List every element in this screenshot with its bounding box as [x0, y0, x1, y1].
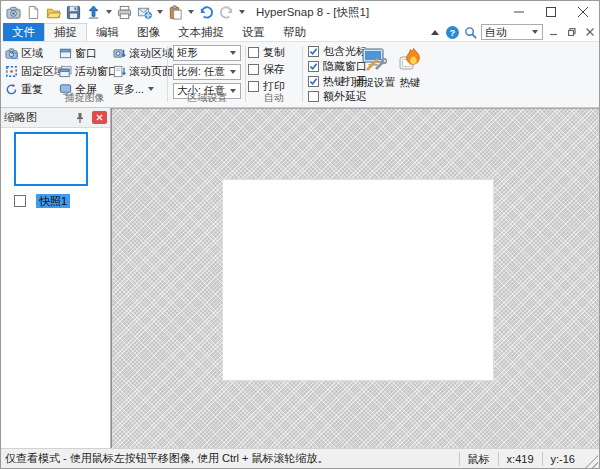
tab-help[interactable]: 帮助 — [274, 23, 315, 41]
mouse-x-coordinate: x:419 — [498, 452, 542, 466]
capture-settings-icon — [361, 46, 387, 72]
send-dropdown-caret[interactable] — [106, 10, 112, 14]
tab-edit[interactable]: 编辑 — [87, 23, 128, 41]
capture-settings-button[interactable]: 捕捉设置 — [353, 43, 395, 101]
fixed-region-icon — [5, 65, 18, 78]
capture-image-group: 区域 固定区域 重复 窗口 活动窗口 — [3, 44, 166, 107]
capture-scroll-region-button[interactable]: 滚动区域 — [111, 44, 175, 62]
auto-copy-checkbox-row[interactable]: 复制 — [248, 44, 300, 61]
help-icon[interactable]: ? — [446, 26, 459, 39]
hotkeys-button[interactable]: 热键 — [397, 43, 423, 101]
title-bar: HyperSnap 8 - [快照1] — [1, 1, 599, 23]
maximize-button[interactable] — [535, 1, 567, 23]
status-hint: 仅查看模式 - 使用鼠标左按钮平移图像, 使用 Ctrl + 鼠标滚轮缩放。 — [1, 451, 459, 466]
paste-dropdown-caret[interactable] — [188, 10, 194, 14]
tab-row-right-tools: ? 自动 — [428, 23, 597, 41]
snapshot-list-item: 快照1 — [14, 194, 70, 208]
app-camera-icon[interactable] — [5, 4, 22, 21]
close-button[interactable] — [567, 1, 599, 23]
capture-group-label: 捕捉图像 — [3, 91, 166, 105]
ribbon-separator — [245, 46, 246, 102]
email-dropdown-caret[interactable] — [157, 10, 163, 14]
scroll-page-icon — [113, 65, 126, 78]
print-icon[interactable] — [116, 4, 133, 21]
auto-save-checkbox-row[interactable]: 保存 — [248, 61, 300, 78]
tab-image[interactable]: 图像 — [128, 23, 169, 41]
customize-qat-caret[interactable] — [239, 10, 245, 14]
hide-window-checkbox — [308, 61, 319, 72]
mouse-y-coordinate: y:-16 — [542, 452, 583, 466]
quick-access-toolbar — [1, 4, 246, 21]
hotkey-flame-icon — [397, 46, 423, 72]
tab-text-capture[interactable]: 文本捕捉 — [169, 23, 233, 41]
mdi-close-icon[interactable] — [583, 25, 597, 39]
redo-icon[interactable] — [218, 4, 235, 21]
extra-delay-checkbox — [308, 91, 319, 102]
hypersnap-window: HyperSnap 8 - [快照1] 文件 捕捉 编辑 图像 文本捕捉 设置 … — [0, 0, 600, 469]
capture-scroll-page-button[interactable]: 滚动页面 — [111, 62, 175, 80]
resize-grip[interactable] — [585, 455, 598, 468]
snapshot-thumbnail[interactable] — [14, 132, 88, 186]
capture-canvas[interactable] — [111, 108, 599, 450]
ribbon-separator — [167, 46, 168, 102]
send-upload-icon[interactable] — [85, 4, 102, 21]
save-checkbox — [248, 64, 259, 75]
thumbnails-panel: 缩略图 快照1 — [1, 108, 111, 450]
minimize-button[interactable] — [503, 1, 535, 23]
active-window-icon — [59, 65, 72, 78]
zoom-dropdown-caret — [532, 30, 538, 34]
region-group-label: 区域设置 — [171, 91, 244, 105]
email-icon[interactable] — [136, 4, 153, 21]
snapshot-checkbox[interactable] — [14, 195, 26, 207]
shape-select[interactable]: 矩形 — [173, 45, 241, 61]
tab-file[interactable]: 文件 — [3, 23, 44, 41]
tab-capture[interactable]: 捕捉 — [44, 23, 87, 41]
mdi-restore-icon[interactable] — [565, 25, 579, 39]
save-icon[interactable] — [65, 4, 82, 21]
scroll-region-icon — [113, 47, 126, 60]
thumbnails-panel-header: 缩略图 — [1, 108, 110, 128]
ribbon-separator — [302, 46, 303, 102]
region-settings-group: 矩形 比例: 任意 大小: 任意 区域设置 — [171, 44, 244, 107]
panel-close-button[interactable] — [92, 111, 107, 124]
zoom-level-select[interactable]: 自动 — [481, 24, 543, 40]
snapshot-name[interactable]: 快照1 — [36, 194, 70, 208]
window-icon — [59, 47, 72, 60]
region-capture-icon — [5, 47, 18, 60]
window-controls — [503, 1, 599, 23]
open-folder-icon[interactable] — [45, 4, 62, 21]
ribbon-tab-row: 文件 捕捉 编辑 图像 文本捕捉 设置 帮助 ? 自动 — [1, 23, 599, 41]
thumbnails-panel-title: 缩略图 — [4, 110, 74, 125]
auto-group-label: 自动 — [248, 91, 300, 105]
include-cursor-checkbox — [308, 46, 319, 57]
zoom-level-value: 自动 — [485, 25, 529, 40]
paste-icon[interactable] — [167, 4, 184, 21]
auto-group: 复制 保存 打印 自动 — [248, 44, 300, 107]
ratio-select[interactable]: 比例: 任意 — [173, 64, 241, 80]
copy-checkbox — [248, 47, 259, 58]
new-document-icon[interactable] — [25, 4, 42, 21]
ribbon: 区域 固定区域 重复 窗口 活动窗口 — [1, 41, 599, 108]
pin-icon[interactable] — [74, 112, 86, 124]
mdi-minimize-icon[interactable] — [547, 25, 561, 39]
window-title: HyperSnap 8 - [快照1] — [256, 5, 369, 20]
snapshot-image[interactable] — [222, 179, 494, 381]
main-area: 缩略图 快照1 — [1, 108, 599, 450]
magnifier-icon[interactable] — [463, 25, 477, 39]
mouse-label: 鼠标 — [459, 452, 498, 466]
tab-settings[interactable]: 设置 — [233, 23, 274, 41]
hotkey-open-checkbox — [308, 76, 319, 87]
undo-icon[interactable] — [198, 4, 215, 21]
status-bar: 仅查看模式 - 使用鼠标左按钮平移图像, 使用 Ctrl + 鼠标滚轮缩放。 鼠… — [1, 448, 599, 468]
collapse-ribbon-icon[interactable] — [428, 25, 442, 39]
